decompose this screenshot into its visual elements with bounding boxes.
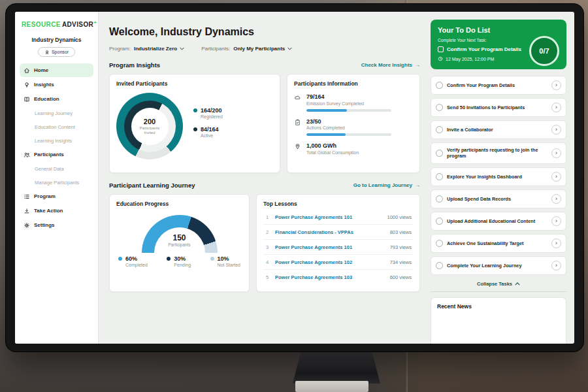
lightbulb-icon [24,82,30,88]
sidebar-item-participants[interactable]: Participants [20,148,93,161]
sidebar-item-home[interactable]: Home [20,63,93,77]
chevron-right-icon: › [555,263,557,269]
invited-participants-title: Invited Participants [116,80,273,87]
insights-cards-row: Invited Participants 200 Participants In… [109,74,420,173]
chevron-up-icon [515,282,520,286]
lesson-link[interactable]: Financial Considerations - VPPAs [275,229,385,235]
home-icon [24,67,30,74]
todo-task[interactable]: Verify participants requesting to join t… [431,142,566,164]
todo-task[interactable]: Complete Your Learning Journey › [431,256,566,275]
program-insights-header: Program Insights Check More Insights → [109,61,420,69]
todo-task[interactable]: Upload Spend Data Records › [431,189,566,208]
task-checkbox[interactable] [436,126,443,133]
task-checkbox[interactable] [436,240,443,247]
task-chevron-button[interactable]: › [551,172,561,182]
legend-item-completed: 60% Completed [118,255,148,267]
todo-task-list: Confirm Your Program Details › Send 50 I… [431,76,566,275]
chevron-right-icon: › [555,150,557,156]
task-chevron-button[interactable]: › [551,148,561,158]
task-checkbox[interactable] [436,218,443,225]
checkbox-icon[interactable] [438,46,444,52]
todo-title: Your To Do List [438,26,559,34]
check-more-insights-link[interactable]: Check More Insights → [361,62,420,68]
divider [431,291,566,292]
sidebar-item-manage-participants[interactable]: Manage Participants [20,176,93,189]
people-icon [24,152,30,158]
legend-item-pending: 30% Pending [167,255,191,267]
sidebar-item-settings[interactable]: Settings [20,218,93,232]
legend-item-not-started: 10% Not Started [210,255,240,267]
todo-next-task[interactable]: Confirm Your Program Details [438,46,529,52]
location-pin-icon [294,143,301,150]
donut-center-value: 200 [144,118,155,125]
participants-filter: Participants: Only My Participants [201,46,292,52]
todo-task[interactable]: Send 50 Invitations to Participants › [431,98,566,117]
task-chevron-button[interactable]: › [551,194,561,204]
sidebar-item-learning-journey[interactable]: Learning Journey [20,106,93,120]
task-checkbox[interactable] [436,150,443,157]
donut-center-label: Participants Invited [135,126,165,135]
actions-progress-bar [306,133,391,136]
completed-dot [118,257,122,261]
active-dot [193,127,197,131]
sidebar-item-general-data[interactable]: General Data [20,162,93,175]
program-select[interactable]: Industrialize Zero [134,46,184,52]
todo-task[interactable]: Explore Your Insights Dashboard › [431,167,566,186]
sidebar-item-take-action[interactable]: Take Action [20,204,93,218]
sidebar-item-insights[interactable]: Insights [20,78,93,91]
task-chevron-button[interactable]: › [551,80,561,90]
task-chevron-button[interactable]: › [551,261,561,270]
stat-global-consumption: 1,000 GWh Total Global Consumption [294,142,413,155]
sidebar-item-program[interactable]: Program [20,189,93,203]
task-chevron-button[interactable]: › [551,103,561,112]
todo-task[interactable]: Confirm Your Program Details › [431,76,566,95]
lesson-link[interactable]: Power Purchase Agreements 101 [275,214,382,220]
participants-select[interactable]: Only My Participants [233,46,292,52]
sponsor-badge[interactable]: Sponsor [38,47,75,57]
app-logo[interactable]: RESOURCEADVISOR+ [20,20,93,28]
task-checkbox[interactable] [436,82,443,89]
task-chevron-button[interactable]: › [551,125,561,135]
gauge-center: 150 Participants [116,233,242,247]
lesson-link[interactable]: Power Purchase Agreements 101 [275,244,385,250]
arrow-right-icon: → [415,62,420,68]
chevron-right-icon: › [555,82,557,88]
lesson-row: 1 Power Purchase Agreements 101 1000 vie… [263,210,413,225]
todo-task[interactable]: Upload Additional Educational Content › [431,212,566,231]
lesson-link[interactable]: Power Purchase Agreements 103 [275,274,385,280]
lesson-row: 5 Power Purchase Agreements 103 600 view… [263,270,413,284]
invited-participants-donut-chart: 200 Participants Invited [116,93,183,159]
sidebar-item-education[interactable]: Education [20,92,93,106]
logo-plus: + [93,20,97,25]
registered-dot [193,108,197,112]
not-started-dot [210,257,214,261]
todo-task[interactable]: Invite a Collaborator › [431,120,566,139]
collapse-tasks-link[interactable]: Collapse Tasks [431,281,566,287]
task-checkbox[interactable] [436,173,443,180]
sidebar-item-education-content[interactable]: Education Content [20,120,93,133]
task-chevron-button[interactable]: › [551,216,561,226]
participants-filter-label: Participants: [201,46,230,52]
recent-news-title: Recent News [437,303,560,310]
sidebar: RESOURCEADVISOR+ Industry Dynamics Spons… [15,12,99,344]
go-to-learning-journey-link[interactable]: Go to Learning Journey → [353,182,420,188]
task-checkbox[interactable] [436,104,443,111]
chevron-right-icon: › [555,218,557,224]
sidebar-nav: Home Insights Education Learning Journey… [20,63,93,232]
monitor-stand [293,350,380,384]
sidebar-item-learning-insights[interactable]: Learning Insights [20,134,93,147]
chevron-right-icon: › [555,196,557,202]
learning-cards-row: Education Progress 150 Participants 60% … [109,194,420,292]
participants-information-title: Participants Information [294,80,413,87]
gear-icon [24,222,30,229]
task-checkbox[interactable] [436,195,443,203]
todo-task[interactable]: Achieve One Sustainability Target › [431,234,566,253]
recent-news-card: Recent News [431,297,566,344]
pending-dot [167,257,171,261]
task-chevron-button[interactable]: › [551,238,561,248]
participants-information-card: Participants Information 79/164 Emission… [287,74,420,173]
lesson-link[interactable]: Power Purchase Agreements 102 [275,259,385,265]
task-checkbox[interactable] [436,262,443,269]
stat-actions-completed: 23/50 Actions Completed [294,118,413,137]
education-progress-title: Education Progress [116,201,242,207]
